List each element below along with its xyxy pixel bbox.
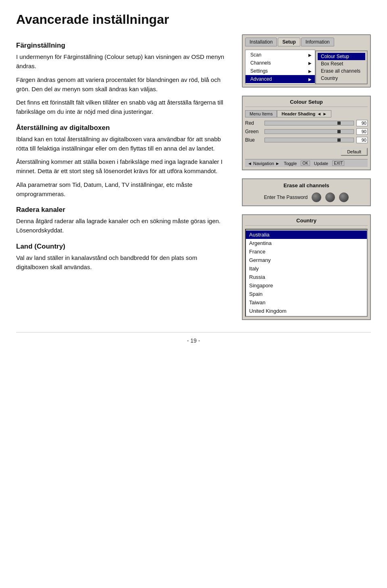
- submenu-box-reset[interactable]: Box Reset: [318, 60, 365, 67]
- heading-land: Land (Country): [16, 243, 230, 251]
- menu-advanced[interactable]: Advanced ▶: [246, 75, 315, 83]
- header-shading-arrows[interactable]: ◄ ►: [317, 111, 327, 116]
- value-blue: 90: [356, 137, 368, 143]
- submenu-country[interactable]: Country: [318, 75, 365, 82]
- submenu-erase-channels[interactable]: Erase all channels: [318, 67, 365, 75]
- tab-information[interactable]: Information: [301, 38, 334, 46]
- slider-green[interactable]: [264, 129, 354, 134]
- tab-header-shading[interactable]: Header Shading ◄ ►: [277, 110, 331, 117]
- ui-colour-setup: Colour Setup Menu Items Header Shading ◄…: [242, 96, 371, 170]
- country-argentina[interactable]: Argentina: [246, 239, 367, 247]
- submenu-colour-setup[interactable]: Colour Setup: [318, 53, 365, 60]
- value-red: 90: [356, 120, 368, 126]
- colour-nav-bar: ◄ Navigation ► Toggle OK Update EXIT: [245, 159, 368, 167]
- country-spain[interactable]: Spain: [246, 290, 367, 298]
- para-farg-2: Färgen ändras genom att variera procenta…: [16, 75, 230, 94]
- section-aterstallning: Återställning av digitalboxen Ibland kan…: [16, 124, 230, 199]
- ok-btn[interactable]: OK: [301, 161, 310, 166]
- default-button[interactable]: Default: [341, 148, 368, 156]
- colour-row-blue: Blue 90: [245, 137, 368, 143]
- country-germany[interactable]: Germany: [246, 256, 367, 264]
- slider-blue[interactable]: [264, 138, 354, 142]
- channels-arrow: ▶: [308, 61, 312, 65]
- menu-channels[interactable]: Channels ▶: [246, 59, 315, 67]
- label-green: Green: [245, 129, 262, 134]
- country-united-kingdom[interactable]: United Kingdom: [246, 307, 367, 315]
- password-dot-2: [325, 193, 335, 202]
- menu-scan[interactable]: Scan ▶: [246, 51, 315, 59]
- exit-btn[interactable]: EXIT: [332, 161, 344, 166]
- section-land: Land (Country) Val av land ställer in ka…: [16, 243, 230, 272]
- para-ater-2: Återställning kommer att ställa boxen i …: [16, 157, 230, 176]
- heading-radera: Radera kanaler: [16, 206, 230, 214]
- left-text-column: Färginställning I undermenyn för Färgins…: [16, 34, 230, 276]
- colour-row-red: Red 90: [245, 120, 368, 126]
- label-red: Red: [245, 120, 262, 126]
- page-number: - 19 -: [187, 337, 200, 344]
- para-ater-1: Ibland kan en total återställning av dig…: [16, 134, 230, 153]
- nav-tabs: Installation Setup Information: [245, 38, 368, 46]
- scan-arrow: ▶: [308, 53, 312, 57]
- content-area: Färginställning I undermenyn för Färgins…: [16, 34, 371, 320]
- tab-setup[interactable]: Setup: [278, 38, 300, 46]
- para-farg-3: Det finns ett förinställt fält vilken ti…: [16, 98, 230, 117]
- advanced-submenu: Colour Setup Box Reset Erase all channel…: [315, 50, 368, 84]
- para-ater-3: Alla parametrar som Tid, Datum, Land, TV…: [16, 180, 230, 199]
- value-green: 90: [356, 128, 368, 135]
- ui-country: Country Australia Argentina France Germa…: [242, 214, 371, 320]
- colour-tabs: Menu Items Header Shading ◄ ►: [245, 110, 368, 117]
- para-farg-1: I undermenyn för Färginställning (Colour…: [16, 52, 230, 71]
- page-footer: - 19 -: [16, 332, 371, 344]
- country-singapore[interactable]: Singapore: [246, 281, 367, 290]
- country-taiwan[interactable]: Taiwan: [246, 298, 367, 307]
- page-title: Avancerade inställningar: [16, 12, 371, 27]
- page-container: Avancerade inställningar Färginställning…: [0, 0, 387, 364]
- country-title: Country: [245, 218, 368, 226]
- country-australia[interactable]: Australia: [246, 230, 367, 239]
- erase-title: Erase all channels: [247, 182, 366, 188]
- password-dot-1: [312, 193, 321, 202]
- settings-arrow: ▶: [308, 69, 312, 73]
- label-blue: Blue: [245, 137, 262, 143]
- ui-installation-menu: Installation Setup Information Scan ▶ Ch…: [242, 34, 371, 88]
- setup-menu-list: Scan ▶ Channels ▶ Settings ▶ Advanced: [245, 50, 315, 84]
- colour-setup-title: Colour Setup: [245, 99, 368, 107]
- password-dot-3: [339, 193, 349, 202]
- ui-erase-channels: Erase all channels Enter The Password: [242, 178, 371, 206]
- heading-aterstallning: Återställning av digitalboxen: [16, 124, 230, 132]
- para-land-1: Val av land ställer in kanalavstånd och …: [16, 253, 230, 272]
- slider-red[interactable]: [264, 121, 354, 126]
- para-radera-1: Denna åtgärd raderar alla lagrade kanale…: [16, 216, 230, 235]
- tab-installation[interactable]: Installation: [245, 38, 277, 46]
- country-russia[interactable]: Russia: [246, 273, 367, 281]
- country-list: Australia Argentina France Germany Italy…: [245, 229, 368, 317]
- password-row: Enter The Password: [247, 193, 366, 202]
- password-label: Enter The Password: [264, 195, 308, 200]
- country-italy[interactable]: Italy: [246, 264, 367, 273]
- colour-row-green: Green 90: [245, 128, 368, 135]
- section-farg: Färginställning I undermenyn för Färgins…: [16, 42, 230, 117]
- right-ui-column: Installation Setup Information Scan ▶ Ch…: [242, 34, 371, 320]
- advanced-arrow: ▶: [308, 77, 312, 82]
- country-france[interactable]: France: [246, 247, 367, 256]
- section-radera: Radera kanaler Denna åtgärd raderar alla…: [16, 206, 230, 235]
- menu-settings[interactable]: Settings ▶: [246, 67, 315, 75]
- tab-menu-items[interactable]: Menu Items: [245, 110, 277, 117]
- heading-farg: Färginställning: [16, 42, 230, 50]
